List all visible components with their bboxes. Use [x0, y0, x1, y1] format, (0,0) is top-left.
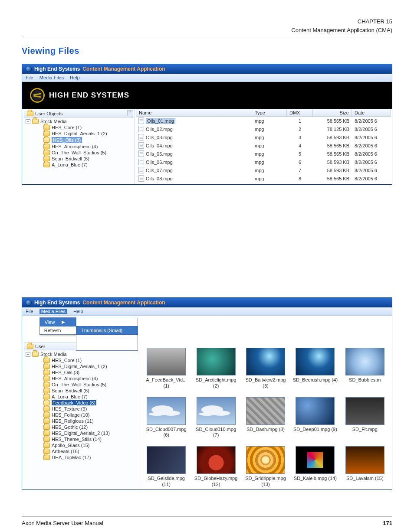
tree-item[interactable]: A_Luna_Blue (7) [52, 394, 88, 399]
folder-tree-pane: ˄ User − Stock Media HES_Core (1) HES_Di… [22, 342, 139, 490]
thumbnail-item[interactable]: SD_Baitview2.mpg (3) [243, 348, 288, 389]
submenu-label: Details [81, 320, 95, 325]
tree-item[interactable]: HES_Religious (11) [52, 418, 94, 424]
tree-item-stock-media[interactable]: Stock Media [40, 119, 67, 124]
thumbnail-image [147, 446, 186, 474]
file-row[interactable]: Oils_04.mpgmpg458,565 KB8/2/2005 6 [136, 141, 391, 150]
menu-help[interactable]: Help [73, 309, 83, 314]
file-row[interactable]: Oils_02.mpgmpg278,125 KB8/2/2005 6 [136, 125, 391, 133]
window-titlebar[interactable]: High End Systems Content Management Appl… [22, 298, 392, 307]
column-header-date[interactable]: Date [352, 109, 391, 117]
menu-item-view[interactable]: View ▶ Details Thumbnails (Small) Thumbn… [40, 318, 76, 326]
file-row[interactable]: Oils_08.mpgmpg858,565 KB8/2/2005 6 [136, 174, 391, 183]
submenu-item-thumbnails-small[interactable]: Thumbnails (Small) [76, 326, 137, 335]
menu-file[interactable]: File [26, 309, 33, 314]
thumbnail-item[interactable]: SD_Dash.mpg (8) [243, 397, 288, 439]
tree-item[interactable]: HES_Texture (9) [52, 406, 87, 411]
file-date: 8/2/2005 6 [352, 159, 391, 165]
menu-media-files-open[interactable]: Media Files View ▶ Details Thumbnails (S… [39, 309, 67, 314]
brand-text: HIGH END SYSTEMS [49, 91, 129, 100]
submenu-item-thumbnails-medium[interactable]: Thumbnails (Medium) [76, 335, 137, 343]
thumbnail-image [345, 446, 384, 474]
file-name: Oils_01.mpg [146, 118, 175, 124]
tree-item[interactable]: HES_Core (1) [52, 358, 82, 363]
tree-item-sean-bridwell[interactable]: Sean_Bridwell (6) [52, 156, 89, 161]
file-row[interactable]: Oils_06.mpgmpg658,593 KB8/2/2005 6 [136, 158, 391, 166]
file-icon [138, 167, 144, 173]
file-icon [138, 159, 144, 165]
thumbnail-item[interactable]: SD_Deep01.mpg (9) [292, 397, 338, 439]
column-header-dmx[interactable]: DMX [287, 109, 313, 117]
thumbnail-image [345, 397, 384, 425]
thumbnail-item[interactable]: SD_Arcticlight.mpg (2) [193, 348, 238, 389]
tree-item[interactable]: HES_Gothic (12) [52, 424, 88, 430]
file-type: mpg [252, 126, 287, 132]
tree-item[interactable]: HES_Theme_Stills (14) [52, 437, 102, 442]
file-size: 58,593 KB [313, 159, 352, 165]
file-name: Oils_06.mpg [146, 160, 173, 165]
tree-item[interactable]: Apollo_Glass (15) [52, 443, 89, 448]
tree-item[interactable]: Sean_Bridwell (6) [52, 388, 89, 393]
thumbnail-pane: A_FeedBack_Vid... (1)SD_Arcticlight.mpg … [139, 342, 392, 490]
tree-item-a-luna-blue[interactable]: A_Luna_Blue (7) [52, 162, 88, 167]
tree-item[interactable]: On_The_Wall_Studios (5) [52, 382, 106, 387]
tree-item-hes-atmospheric[interactable]: HES_Atmospheric (4) [52, 144, 98, 149]
tree-item[interactable]: HES_Oils (3) [52, 370, 79, 375]
column-header-type[interactable]: Type [252, 109, 287, 117]
file-date: 8/2/2005 6 [352, 143, 391, 149]
submenu-item-details[interactable]: Details [76, 318, 137, 326]
cma-window-list-view: High End Systems Content Management Appl… [22, 64, 392, 185]
tree-toggle[interactable]: − [26, 119, 30, 124]
menu-item-view-label: View [45, 320, 55, 325]
file-row[interactable]: Oils_05.mpgmpg558,565 KB8/2/2005 6 [136, 150, 391, 158]
tree-item[interactable]: HES_Foliage (10) [52, 412, 89, 418]
file-date: 8/2/2005 6 [352, 118, 391, 124]
tree-item[interactable]: DHA_TopMac (17) [52, 455, 91, 460]
tree-toggle[interactable]: − [26, 352, 30, 357]
thumbnail-item[interactable]: SD_Beerush.mpg (4) [292, 348, 338, 389]
thumbnail-caption: SD_Cloud007.mpg (6) [144, 427, 189, 439]
thumbnail-item[interactable]: SD_Flt.mpg [342, 397, 388, 439]
tree-item-stock-media[interactable]: Stock Media [40, 352, 67, 357]
thumbnail-image [296, 446, 335, 474]
tree-item-hes-oils-selected[interactable]: HES_Oils (3) [52, 137, 82, 143]
submenu-item-thumbnails-large[interactable]: Thumbnails (Large) [76, 343, 137, 350]
thumbnail-item[interactable]: SD_Kaleib.mpg (14) [292, 446, 338, 488]
column-header-size[interactable]: Size [313, 109, 352, 117]
tree-item[interactable]: HES_Digital_Aerials_1 (2) [52, 364, 107, 369]
file-list-pane: Name Type DMX Size Date Oils_01.mpgmpg15… [135, 109, 392, 184]
thumbnail-caption: SD_Flt.mpg [342, 427, 388, 433]
header-rule [22, 37, 392, 37]
thumbnail-item[interactable]: SD_Gridripple.mpg (13) [243, 446, 288, 488]
thumbnail-item[interactable]: SD_Cloud007.mpg (6) [144, 397, 189, 439]
thumbnail-item[interactable]: SD_Gelslide.mpg (11) [144, 446, 189, 488]
thumbnail-item[interactable]: SD_Lavalam (15) [342, 446, 388, 488]
window-titlebar[interactable]: High End Systems Content Management Appl… [22, 64, 392, 74]
thumbnail-caption: SD_Dash.mpg (8) [243, 427, 288, 433]
menu-media-files[interactable]: Media Files [39, 75, 64, 80]
file-name: Oils_08.mpg [146, 176, 173, 181]
file-type: mpg [252, 159, 287, 165]
folder-icon [43, 455, 50, 460]
tree-item-feedback-video-selected[interactable]: Feedback_Video (8) [52, 400, 96, 405]
thumbnail-caption: SD_Kaleib.mpg (14) [292, 476, 338, 482]
tree-scroll-up[interactable]: ˄ [127, 110, 133, 116]
tree-item[interactable]: HES_Atmospheric (4) [52, 376, 98, 381]
thumbnail-item[interactable]: A_FeedBack_Vid... (1) [144, 348, 189, 389]
tree-item-hes-core[interactable]: HES_Core (1) [52, 125, 82, 130]
thumbnail-caption: SD_Bubbles.m [342, 377, 388, 383]
file-row[interactable]: Oils_07.mpgmpg758,593 KB8/2/2005 6 [136, 166, 391, 174]
file-row[interactable]: Oils_01.mpgmpg158,565 KB8/2/2005 6 [136, 117, 391, 125]
menu-help[interactable]: Help [70, 75, 80, 80]
thumbnail-item[interactable]: SD_GlobeHazy.mpg (12) [193, 446, 238, 488]
tree-item[interactable]: Artbeats (16) [52, 449, 79, 454]
column-header-name[interactable]: Name [136, 109, 252, 117]
tree-item-hes-digital-aerials-1[interactable]: HES_Digital_Aerials_1 (2) [52, 131, 107, 136]
thumbnail-item[interactable]: SD_Cloud010.mpg (7) [193, 397, 238, 439]
menu-item-refresh[interactable]: Refresh [40, 326, 76, 334]
tree-item[interactable]: HES_Digital_Aerials_2 (13) [52, 431, 110, 436]
menu-file[interactable]: File [26, 75, 33, 80]
tree-item-on-the-wall-studios[interactable]: On_The_Wall_Studios (5) [52, 150, 106, 155]
thumbnail-item[interactable]: SD_Bubbles.m [342, 348, 388, 389]
file-row[interactable]: Oils_03.mpgmpg358,593 KB8/2/2005 6 [136, 133, 391, 141]
